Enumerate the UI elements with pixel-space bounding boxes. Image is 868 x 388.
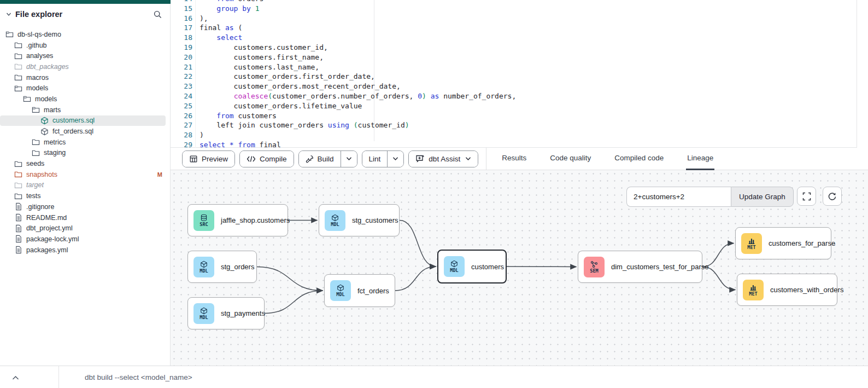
modified-badge: M <box>157 171 162 178</box>
file-tree-item[interactable]: customers.sql <box>0 115 166 126</box>
folder-open-icon <box>23 95 31 103</box>
code-editor[interactable]: 14 from orders15 group by 116),17final a… <box>171 0 857 148</box>
file-tree-item-label: fct_orders.sql <box>52 128 93 135</box>
tab-results[interactable]: Results <box>501 148 527 170</box>
dbt-assist-button[interactable]: dbt Assist <box>409 151 478 167</box>
file-tree-item[interactable]: seeds <box>0 158 170 169</box>
lineage-canvas[interactable]: SRCjaffle_shop.customersMDLstg_customers… <box>171 170 868 366</box>
file-tree-item[interactable]: snapshotsM <box>0 169 170 180</box>
file-tree-item[interactable]: metrics <box>0 137 170 148</box>
folder-icon <box>14 192 22 200</box>
code-line: 14 from orders <box>171 0 857 4</box>
node-badge-mdl: MDL <box>444 256 465 277</box>
line-number: 27 <box>171 120 192 130</box>
node-label: customers_for_parse <box>769 239 835 247</box>
update-graph-button[interactable]: Update Graph <box>731 187 794 207</box>
folder-icon <box>14 62 22 71</box>
folder-icon <box>32 138 40 146</box>
file-tree-item[interactable]: dbt_project.yml <box>0 223 170 234</box>
statusbar-divider <box>58 366 59 388</box>
file-tree-item[interactable]: marts <box>0 105 170 115</box>
code-line: 26 from customers <box>171 111 857 121</box>
file-tree-item[interactable]: models <box>0 83 170 94</box>
node-label: fct_orders <box>357 287 389 295</box>
file-tree-item[interactable]: dbt_packages <box>0 61 170 72</box>
badge-cube-icon <box>331 214 339 222</box>
lineage-node-customers_with_orders[interactable]: METcustomers_with_orders <box>737 274 837 306</box>
file-tree-item[interactable]: .gitignore <box>0 201 170 212</box>
file-tree-item-label: packages.yml <box>26 246 68 254</box>
lineage-selector-input[interactable] <box>626 187 731 207</box>
file-tree-item[interactable]: fct_orders.sql <box>0 126 170 137</box>
code-line: 23 customer_orders.most_recent_order_dat… <box>171 82 857 91</box>
preview-button[interactable]: Preview <box>183 151 234 167</box>
code-line: 22 customer_orders.first_order_date, <box>171 72 857 82</box>
lineage-node-dim_customers_test_for_parse[interactable]: SEMdim_customers_test_for_parse <box>578 251 702 283</box>
lint-dropdown-button[interactable] <box>387 151 403 167</box>
grid-icon <box>189 155 198 163</box>
file-icon <box>14 224 22 233</box>
line-number: 19 <box>171 43 192 53</box>
file-tree-item[interactable]: analyses <box>0 50 170 61</box>
file-tree: db-sl-qs-demo.githubanalysesdbt_packages… <box>0 25 170 255</box>
folder-open-icon <box>14 84 22 92</box>
line-number: 20 <box>171 53 192 62</box>
folder-icon <box>14 52 22 60</box>
lineage-node-stg_orders[interactable]: MDLstg_orders <box>187 251 257 283</box>
file-tree-item[interactable]: README.md <box>0 212 170 223</box>
refresh-graph-button[interactable] <box>823 187 842 206</box>
badge-chart-icon <box>748 237 755 245</box>
file-tree-item[interactable]: macros <box>0 72 170 83</box>
lineage-node-stg_customers[interactable]: MDLstg_customers <box>319 204 400 236</box>
tab-compiled-code[interactable]: Compiled code <box>613 148 665 170</box>
badge-share-icon <box>590 260 598 268</box>
lint-button[interactable]: Lint <box>362 151 388 167</box>
file-tree-item-label: models <box>35 95 57 103</box>
fullscreen-button[interactable] <box>797 187 816 206</box>
gutter-separator <box>195 0 196 148</box>
line-number: 15 <box>171 4 192 14</box>
file-icon <box>14 235 22 243</box>
node-badge-sem: SEM <box>584 257 605 277</box>
line-number: 21 <box>171 62 192 72</box>
tab-lineage[interactable]: Lineage <box>686 148 714 170</box>
editor-scrollbar-track[interactable] <box>857 0 868 170</box>
search-icon[interactable] <box>153 10 162 19</box>
code-line: 19 customers.customer_id, <box>171 43 857 53</box>
lineage-node-fct_orders[interactable]: MDLfct_orders <box>324 274 395 307</box>
file-tree-item[interactable]: staging <box>0 148 170 159</box>
file-tree-item[interactable]: packages.yml <box>0 245 170 256</box>
line-number: 17 <box>171 23 192 33</box>
file-tree-item[interactable]: target <box>0 180 170 191</box>
file-tree-item-label: target <box>26 181 44 189</box>
lineage-node-customers[interactable]: MDLcustomers <box>437 250 507 283</box>
file-tree-item[interactable]: db-sl-qs-demo <box>0 29 170 40</box>
code-line: 15 group by 1 <box>171 4 857 14</box>
lineage-node-stg_payments[interactable]: MDLstg_payments <box>187 297 265 329</box>
build-dropdown-button[interactable] <box>341 151 357 167</box>
folder-icon <box>14 181 22 189</box>
file-tree-item[interactable]: models <box>0 94 170 105</box>
file-icon <box>14 213 22 222</box>
build-button[interactable]: Build <box>299 151 341 167</box>
chevron-down-icon[interactable] <box>5 11 12 18</box>
file-tree-item[interactable]: .github <box>0 40 170 51</box>
model-icon <box>40 117 49 125</box>
tab-code-quality[interactable]: Code quality <box>549 148 592 170</box>
file-tree-item[interactable]: package-lock.yml <box>0 234 170 245</box>
lineage-node-jaffle_shop.customers[interactable]: SRCjaffle_shop.customers <box>187 204 288 236</box>
line-number: 22 <box>171 72 192 82</box>
node-label: customers <box>471 263 504 271</box>
file-tree-item[interactable]: tests <box>0 190 170 201</box>
top-accent-strip <box>0 0 173 4</box>
code-line: 29select * from final <box>171 140 857 148</box>
lineage-node-customers_for_parse[interactable]: METcustomers_for_parse <box>735 227 831 259</box>
dbt-command-input[interactable] <box>85 369 467 385</box>
chevron-up-icon[interactable] <box>9 371 22 384</box>
file-tree-item-label: package-lock.yml <box>26 235 79 243</box>
file-tree-item-label: dbt_packages <box>26 63 69 71</box>
folder-icon <box>14 73 22 82</box>
file-tree-item-label: README.md <box>26 214 67 222</box>
compile-button[interactable]: Compile <box>240 151 294 167</box>
code-line: 25 customer_orders.lifetime_value <box>171 101 857 111</box>
